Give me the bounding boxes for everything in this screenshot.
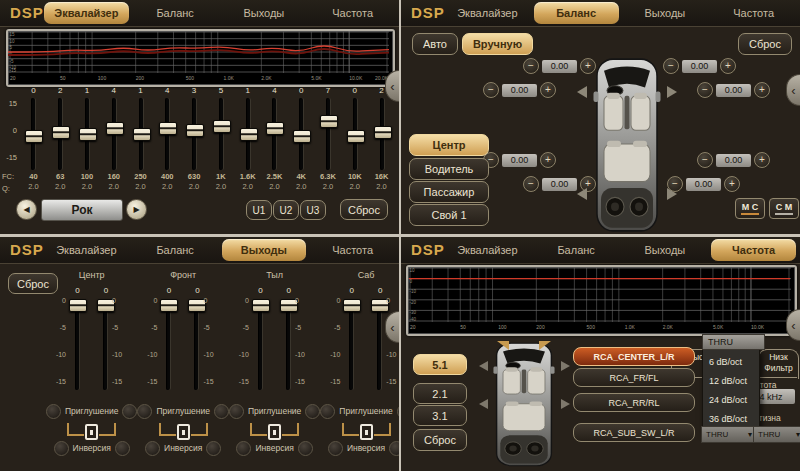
minus-button[interactable]: − (483, 82, 499, 98)
mute-toggle-right[interactable] (214, 404, 229, 419)
band-slider[interactable] (261, 98, 288, 170)
auto-button[interactable]: Авто (412, 33, 458, 55)
link-lock-icon[interactable] (360, 424, 373, 440)
invert-toggle-left[interactable] (328, 441, 343, 456)
output-slider[interactable] (258, 300, 262, 390)
plus-button[interactable]: + (540, 82, 556, 98)
tab-equalizer[interactable]: Эквалайзер (445, 2, 530, 24)
channel-rca-front-button[interactable]: RCA_FR/FL (573, 368, 695, 387)
slider-knob[interactable] (25, 130, 43, 143)
output-slider[interactable] (166, 300, 170, 390)
slider-knob[interactable] (240, 128, 258, 141)
channel-rca-rear-button[interactable]: RCA_RR/RL (573, 393, 695, 412)
prev-preset-button[interactable]: ◀ (16, 199, 37, 220)
tab-balance[interactable]: Баланс (133, 239, 218, 261)
mute-toggle-left[interactable] (46, 404, 61, 419)
tab-frequency[interactable]: Частота (310, 2, 395, 24)
invert-toggle-left[interactable] (145, 441, 160, 456)
slider-knob[interactable] (160, 299, 178, 312)
tab-frequency[interactable]: Частота (310, 239, 395, 261)
output-slider[interactable] (75, 300, 79, 390)
band-slider[interactable] (288, 98, 315, 170)
minus-button[interactable]: − (663, 58, 679, 74)
mode-3-1-button[interactable]: 3.1 (413, 405, 467, 426)
link-lock-icon[interactable] (177, 424, 190, 440)
band-slider[interactable] (127, 98, 154, 170)
slider-knob[interactable] (159, 122, 177, 135)
slider-knob[interactable] (347, 130, 365, 143)
band-slider[interactable] (154, 98, 181, 170)
slider-knob[interactable] (320, 115, 338, 128)
band-slider[interactable] (20, 98, 47, 170)
plus-button[interactable]: + (720, 58, 736, 74)
slider-knob[interactable] (252, 299, 270, 312)
tab-equalizer[interactable]: Эквалайзер (44, 2, 129, 24)
band-slider[interactable] (47, 98, 74, 170)
band-slider[interactable] (74, 98, 101, 170)
tab-outputs[interactable]: Выходы (623, 2, 708, 24)
mc-button[interactable]: M C (735, 198, 765, 219)
invert-toggle-left[interactable] (54, 441, 69, 456)
dropdown-option-36db[interactable]: 36 dB/oct (703, 414, 759, 424)
dropdown-option-12db[interactable]: 12 dB/oct (703, 376, 759, 386)
cm-button[interactable]: C M (769, 198, 799, 219)
mute-toggle-right[interactable] (122, 404, 137, 419)
invert-toggle-right[interactable] (389, 441, 399, 456)
edge-handle[interactable]: ‹ (786, 74, 800, 106)
slider-knob[interactable] (213, 120, 231, 133)
output-slider[interactable] (194, 300, 198, 390)
dropdown-option-6db[interactable]: 6 dB/oct (703, 357, 759, 367)
mute-toggle-left[interactable] (320, 404, 335, 419)
invert-toggle-right[interactable] (115, 441, 130, 456)
mute-toggle-left[interactable] (137, 404, 152, 419)
output-slider[interactable] (349, 300, 353, 390)
tab-balance[interactable]: Баланс (133, 2, 218, 24)
plus-button[interactable]: + (754, 152, 770, 168)
slider-knob[interactable] (293, 130, 311, 143)
dropdown-option-24db[interactable]: 24 dB/oct (703, 395, 759, 405)
invert-toggle-right[interactable] (206, 441, 221, 456)
mute-toggle-right[interactable] (397, 404, 399, 419)
slider-knob[interactable] (79, 128, 97, 141)
mute-toggle-left[interactable] (229, 404, 244, 419)
manual-button[interactable]: Вручную (462, 33, 533, 55)
band-slider[interactable] (100, 98, 127, 170)
tab-outputs[interactable]: Выходы (222, 239, 307, 261)
minus-button[interactable]: − (523, 176, 539, 192)
slider-knob[interactable] (266, 122, 284, 135)
mode-5-1-button[interactable]: 5.1 (413, 354, 467, 375)
next-preset-button[interactable]: ▶ (126, 199, 147, 220)
plus-button[interactable]: + (540, 152, 556, 168)
tab-frequency[interactable]: Частота (711, 2, 796, 24)
link-lock-icon[interactable] (268, 424, 281, 440)
slider-knob[interactable] (52, 126, 70, 139)
tab-outputs[interactable]: Выходы (623, 239, 708, 261)
memory-u3-button[interactable]: U3 (300, 200, 326, 220)
band-slider[interactable] (234, 98, 261, 170)
memory-u2-button[interactable]: U2 (273, 200, 299, 220)
edge-handle[interactable]: ‹ (786, 309, 800, 341)
reset-button[interactable]: Сброс (738, 33, 792, 55)
preset-driver-button[interactable]: Водитель (409, 158, 489, 180)
preset-button[interactable]: Рок (41, 199, 123, 221)
slope-dropdown-selected[interactable]: THRU (702, 334, 765, 350)
slider-knob[interactable] (133, 128, 151, 141)
slider-knob[interactable] (106, 122, 124, 135)
mute-toggle-right[interactable] (305, 404, 320, 419)
band-slider[interactable] (181, 98, 208, 170)
low-filter-tab[interactable]: Низк Фильтр (758, 349, 799, 379)
preset-center-button[interactable]: Центр (409, 134, 489, 156)
tab-equalizer[interactable]: Эквалайзер (445, 239, 530, 261)
slider-knob[interactable] (343, 299, 361, 312)
invert-toggle-right[interactable] (298, 441, 313, 456)
minus-button[interactable]: − (697, 82, 713, 98)
channel-rca-sub-button[interactable]: RCA_SUB_SW_L/R (573, 423, 695, 442)
link-lock-icon[interactable] (85, 424, 98, 440)
reset-button[interactable]: Сброс (340, 199, 388, 220)
slider-knob[interactable] (374, 126, 392, 139)
slope-select-left[interactable]: THRU ▾ (701, 426, 757, 443)
invert-toggle-left[interactable] (236, 441, 251, 456)
mode-2-1-button[interactable]: 2.1 (413, 383, 467, 404)
tab-outputs[interactable]: Выходы (222, 2, 307, 24)
tab-frequency[interactable]: Частота (711, 239, 796, 261)
